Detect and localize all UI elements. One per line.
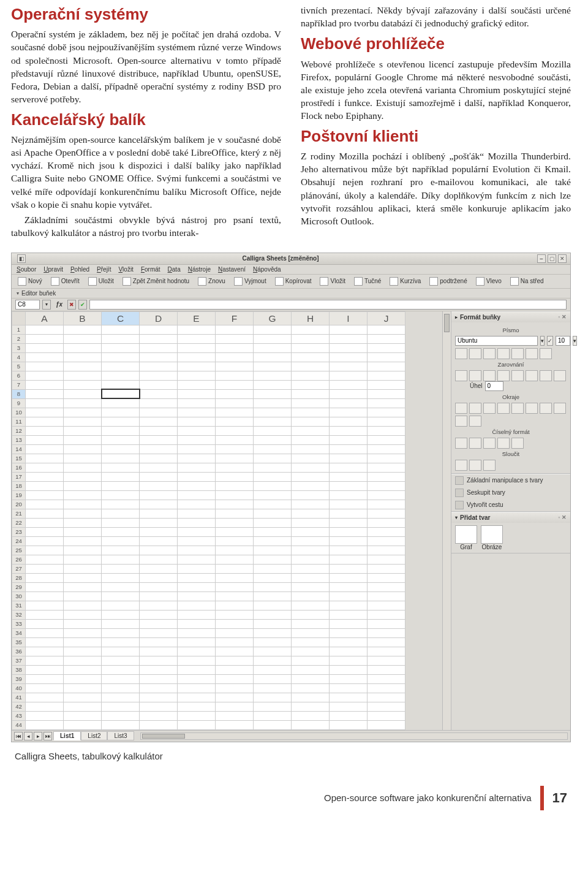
cell[interactable] [292, 720, 330, 729]
row-header[interactable]: 39 [12, 674, 26, 683]
cell[interactable] [102, 702, 140, 711]
vertical-text-button[interactable] [554, 370, 566, 381]
cell[interactable] [64, 334, 102, 343]
cell[interactable] [330, 656, 368, 665]
align-top-button[interactable] [497, 370, 510, 381]
cell[interactable] [178, 435, 216, 444]
cell[interactable] [64, 656, 102, 665]
cell[interactable] [26, 628, 64, 637]
align-right-button[interactable] [483, 370, 496, 381]
cell[interactable] [330, 555, 368, 564]
align-bottom-button[interactable] [526, 370, 538, 381]
cell[interactable] [254, 591, 292, 601]
cell[interactable] [368, 334, 405, 343]
cell[interactable] [368, 380, 405, 389]
cell[interactable] [330, 637, 368, 647]
cell[interactable] [330, 362, 368, 371]
cell[interactable] [292, 444, 330, 454]
cell[interactable] [292, 582, 330, 591]
cell[interactable] [26, 656, 64, 665]
cell[interactable] [216, 417, 254, 426]
cell[interactable] [102, 683, 140, 693]
cell[interactable] [178, 591, 216, 601]
cell[interactable] [216, 536, 254, 546]
cell[interactable] [292, 546, 330, 555]
cell[interactable] [140, 334, 178, 343]
menu-item[interactable]: Vložit [118, 266, 133, 273]
cell[interactable] [178, 380, 216, 389]
cell[interactable] [26, 546, 64, 555]
cell[interactable] [368, 472, 405, 481]
cell[interactable] [26, 683, 64, 693]
align-left-button[interactable] [455, 370, 467, 381]
cell[interactable] [140, 362, 178, 371]
cell[interactable] [140, 371, 178, 380]
cell[interactable] [330, 628, 368, 637]
sheet-tab[interactable]: List2 [81, 731, 107, 740]
cell[interactable] [216, 463, 254, 472]
tab-prev-button[interactable]: ◂ [24, 732, 32, 740]
cell[interactable] [368, 325, 405, 334]
cell[interactable] [26, 711, 64, 720]
cell[interactable] [64, 518, 102, 527]
toolbar-button[interactable]: Znovu [197, 276, 227, 286]
merge-cells-button[interactable] [455, 460, 467, 471]
cell[interactable] [102, 527, 140, 536]
row-header[interactable]: 3 [12, 343, 26, 352]
cell[interactable] [292, 573, 330, 582]
row-header[interactable]: 25 [12, 546, 26, 555]
cell[interactable] [140, 426, 178, 435]
column-header[interactable]: A [26, 311, 64, 325]
row-header[interactable]: 18 [12, 481, 26, 490]
pin-icon[interactable]: ◦ ✕ [558, 514, 567, 520]
menu-item[interactable]: Soubor [17, 266, 36, 273]
row-header[interactable]: 43 [12, 711, 26, 720]
shape-chart-button[interactable] [455, 525, 477, 544]
column-header[interactable]: G [254, 311, 292, 325]
row-header[interactable]: 29 [12, 582, 26, 591]
cell[interactable] [254, 665, 292, 674]
cell[interactable] [254, 454, 292, 463]
horizontal-scrollbar[interactable] [140, 732, 568, 740]
cell[interactable] [292, 619, 330, 628]
cell[interactable] [26, 720, 64, 729]
cell[interactable] [140, 435, 178, 444]
font-dropdown-icon[interactable]: ▾ [540, 336, 545, 346]
cell[interactable] [140, 619, 178, 628]
cell[interactable] [64, 527, 102, 536]
border-bottom-button[interactable] [455, 416, 467, 427]
cell[interactable] [292, 426, 330, 435]
cell[interactable] [254, 546, 292, 555]
cell[interactable] [254, 601, 292, 610]
cell[interactable] [368, 463, 405, 472]
menu-item[interactable]: Přejít [97, 266, 111, 273]
cell[interactable] [140, 564, 178, 573]
cell[interactable] [368, 481, 405, 490]
cell[interactable] [178, 610, 216, 619]
cell[interactable] [368, 564, 405, 573]
cell[interactable] [64, 463, 102, 472]
cell[interactable] [102, 619, 140, 628]
shape-image-button[interactable] [481, 525, 503, 544]
row-header[interactable]: 35 [12, 637, 26, 647]
row-header[interactable]: 36 [12, 647, 26, 656]
cell[interactable] [102, 444, 140, 454]
row-header[interactable]: 26 [12, 555, 26, 564]
cell[interactable] [178, 518, 216, 527]
cell[interactable] [330, 536, 368, 546]
cell[interactable] [216, 564, 254, 573]
cell[interactable] [102, 343, 140, 352]
cell[interactable] [102, 647, 140, 656]
cell[interactable] [368, 426, 405, 435]
cell[interactable] [254, 426, 292, 435]
cell[interactable] [254, 527, 292, 536]
cell[interactable] [64, 398, 102, 408]
cell[interactable] [102, 536, 140, 546]
cell[interactable] [178, 647, 216, 656]
cell[interactable] [26, 619, 64, 628]
cell[interactable] [292, 472, 330, 481]
cell[interactable] [216, 610, 254, 619]
cell[interactable] [292, 665, 330, 674]
cell[interactable] [216, 389, 254, 398]
font-size-input[interactable] [556, 336, 570, 346]
